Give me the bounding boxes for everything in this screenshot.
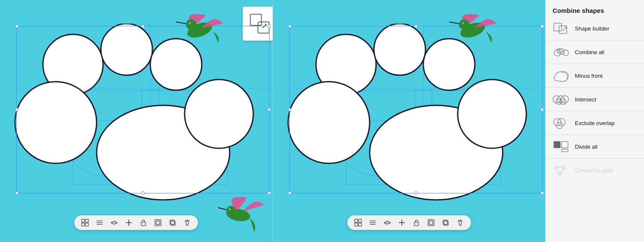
combine-all-label: Combine all [575, 49, 605, 55]
svg-rect-65 [414, 222, 419, 226]
svg-rect-35 [155, 220, 161, 226]
svg-point-90 [558, 172, 562, 175]
svg-rect-26 [85, 219, 88, 222]
svg-rect-67 [429, 221, 433, 224]
intersect-icon [553, 92, 570, 106]
grid-icon-right[interactable] [353, 218, 363, 227]
divide-all-label: Divide all [575, 144, 598, 150]
divider-1 [546, 40, 644, 40]
svg-rect-56 [355, 219, 358, 222]
hummingbird-right-top [440, 2, 505, 54]
panel-title: Combine shapes [546, 5, 644, 18]
convert-to-path-icon [553, 163, 570, 177]
delete-icon[interactable] [182, 218, 192, 227]
svg-point-16 [186, 19, 196, 30]
hummingbird-left-bottom [215, 187, 270, 239]
frame-icon-right[interactable] [426, 218, 436, 227]
add-icon[interactable] [124, 218, 134, 227]
right-canvas-panel[interactable] [273, 0, 546, 242]
svg-rect-58 [355, 223, 358, 226]
duplicate-icon-right[interactable] [441, 218, 450, 227]
svg-rect-85 [554, 141, 560, 148]
canvas-area [0, 0, 545, 242]
svg-rect-28 [85, 223, 88, 226]
combine-all-icon [553, 45, 570, 59]
divider-6 [546, 158, 644, 159]
svg-point-24 [229, 209, 230, 210]
add-icon-right[interactable] [397, 218, 407, 227]
left-canvas-panel[interactable] [0, 0, 273, 242]
divide-all-icon [553, 140, 570, 153]
exclude-overlap-label: Exclude overlap [575, 120, 615, 126]
exclude-overlap-icon [553, 116, 570, 130]
panel-item-convert-to-path[interactable]: Convert to path [546, 160, 644, 180]
svg-point-76 [557, 48, 562, 53]
svg-point-72 [565, 27, 567, 28]
lock-icon-right[interactable] [412, 218, 421, 227]
frame-icon[interactable] [153, 218, 163, 227]
svg-line-22 [218, 208, 226, 210]
lock-icon[interactable] [139, 218, 148, 227]
layers-icon-right[interactable] [383, 218, 392, 227]
svg-rect-34 [141, 222, 146, 226]
svg-point-75 [563, 50, 568, 55]
right-side-panel: Combine shapes Shape builder Combine all [545, 0, 644, 242]
panel-item-shape-builder[interactable]: Shape builder [546, 18, 644, 38]
svg-rect-70 [554, 23, 562, 31]
shape-builder-icon [553, 21, 570, 35]
toolbar-left[interactable] [74, 215, 198, 230]
intersect-label: Intersect [575, 96, 596, 103]
shape-builder-label: Shape builder [575, 25, 609, 32]
svg-line-53 [449, 22, 459, 24]
svg-rect-57 [358, 219, 361, 222]
svg-rect-59 [358, 223, 361, 226]
svg-line-17 [176, 22, 186, 24]
svg-point-80 [556, 99, 562, 104]
svg-rect-87 [562, 149, 568, 152]
menu-icon[interactable] [95, 218, 104, 227]
delete-icon-right[interactable] [456, 218, 465, 227]
panel-item-intersect[interactable]: Intersect [546, 89, 644, 109]
layers-icon[interactable] [109, 218, 119, 227]
svg-point-55 [462, 23, 463, 24]
svg-point-78 [557, 95, 564, 103]
svg-point-73 [554, 49, 561, 56]
panel-item-divide-all[interactable]: Divide all [546, 137, 644, 156]
minus-front-icon [553, 69, 570, 83]
divider-4 [546, 111, 644, 111]
divider-2 [546, 64, 644, 64]
duplicate-icon[interactable] [168, 218, 177, 227]
svg-rect-25 [82, 219, 85, 222]
menu-icon-right[interactable] [368, 218, 377, 227]
svg-point-77 [553, 95, 560, 103]
svg-rect-27 [82, 223, 85, 226]
divider-3 [546, 87, 644, 88]
panel-item-minus-front[interactable]: Minus front [546, 66, 644, 86]
panel-item-exclude-overlap[interactable]: Exclude overlap [546, 113, 644, 133]
svg-point-52 [459, 19, 469, 30]
panel-item-combine-all[interactable]: Combine all [546, 42, 644, 62]
svg-rect-36 [156, 221, 160, 224]
toolbar-right[interactable] [347, 215, 471, 230]
grid-icon[interactable] [80, 218, 90, 227]
svg-rect-66 [428, 220, 434, 226]
svg-rect-86 [562, 141, 568, 148]
convert-to-path-label: Convert to path [575, 167, 613, 174]
divider-5 [546, 135, 644, 135]
hummingbird-left-top [167, 2, 232, 54]
minus-front-label: Minus front [575, 73, 602, 79]
svg-point-21 [226, 206, 236, 215]
svg-point-19 [189, 23, 190, 24]
